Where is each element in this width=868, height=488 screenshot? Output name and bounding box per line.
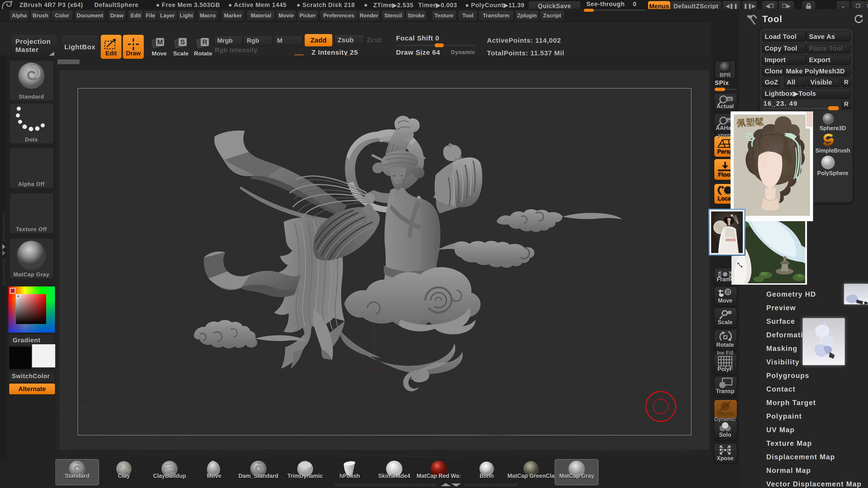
- svg-text:R: R: [202, 38, 207, 46]
- svg-text:BPR: BPR: [720, 72, 731, 78]
- svg-text:x1: x1: [728, 97, 732, 101]
- svg-text:佩塑髦: 佩塑髦: [736, 116, 764, 128]
- svg-text:M: M: [157, 38, 163, 46]
- svg-text:S: S: [180, 38, 185, 46]
